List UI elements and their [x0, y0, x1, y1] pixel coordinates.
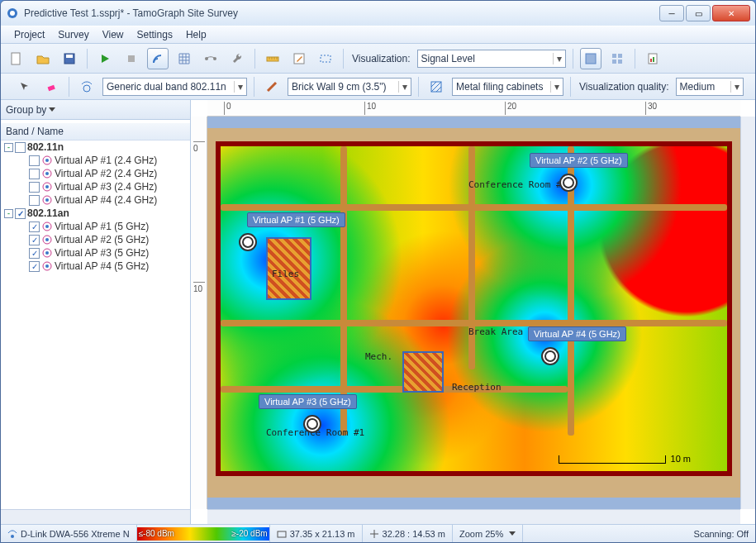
ap-tree[interactable]: Band / Name - 802.11n Virtual AP #1 (2.4… [1, 120, 190, 509]
tree-item[interactable]: Virtual AP #1 (2.4 GHz) [1, 154, 190, 167]
stop-button[interactable] [121, 48, 142, 69]
checkbox[interactable]: ✓ [15, 208, 26, 219]
virtual-ap[interactable] [541, 347, 559, 365]
ap-label[interactable]: Virtual AP #1 (5 GHz) [247, 212, 345, 227]
open-button[interactable] [32, 48, 54, 69]
svg-rect-17 [650, 59, 652, 62]
edit-button[interactable] [288, 48, 310, 69]
svg-point-25 [45, 172, 49, 175]
grid-tool-button[interactable] [174, 48, 195, 69]
virtual-ap[interactable] [239, 233, 257, 251]
save-button[interactable] [59, 48, 80, 69]
tree-item[interactable]: ✓Virtual AP #1 (5 GHz) [1, 220, 190, 233]
tree-item[interactable]: Virtual AP #2 (2.4 GHz) [1, 167, 190, 180]
vq-label: Visualization quality: [578, 81, 671, 93]
menu-view[interactable]: View [96, 27, 131, 42]
menu-help[interactable]: Help [179, 27, 213, 42]
svg-rect-4 [66, 55, 73, 58]
groupby-button[interactable]: Group by [1, 100, 190, 120]
sidebar-scrollbar[interactable] [1, 509, 190, 524]
svg-point-37 [45, 264, 49, 268]
minimize-button[interactable]: ─ [659, 5, 684, 21]
room-label: Reception [452, 382, 502, 393]
ap-icon [41, 168, 53, 179]
svg-rect-14 [612, 60, 616, 64]
scale-bar: 10 m [559, 449, 691, 464]
close-button[interactable]: ✕ [712, 5, 750, 21]
checkbox[interactable] [29, 182, 40, 193]
attenuation-value: Metal filing cabinets [456, 81, 547, 93]
visualization-combo[interactable]: Signal Level ▾ [417, 50, 566, 68]
chevron-down-icon: ▾ [553, 53, 562, 64]
menu-settings[interactable]: Settings [131, 27, 179, 42]
scrollbar-vertical[interactable] [740, 117, 755, 509]
svg-point-31 [45, 225, 49, 228]
signal-tool-button[interactable] [147, 48, 169, 69]
ap-model-combo[interactable]: Generic dual band 802.11n ▾ [102, 78, 247, 96]
svg-point-7 [213, 57, 216, 60]
tree-item[interactable]: Virtual AP #3 (2.4 GHz) [1, 180, 190, 193]
ap-label[interactable]: Virtual AP #3 (5 GHz) [259, 394, 357, 409]
map-canvas[interactable]: Files Conference Room #2 Conference Room… [207, 117, 740, 509]
pointer-tool[interactable] [14, 76, 36, 98]
svg-point-33 [45, 238, 49, 241]
menu-survey[interactable]: Survey [51, 27, 95, 42]
checkbox[interactable]: ✓ [29, 235, 40, 245]
ap-label[interactable]: Virtual AP #2 (5 GHz) [530, 153, 628, 168]
region-button[interactable] [315, 48, 336, 69]
ap-icon [41, 181, 53, 193]
titlebar[interactable]: Predictive Test 1.ssprj* - TamoGraph Sit… [1, 1, 755, 26]
checkbox[interactable]: ✓ [29, 221, 40, 232]
view-mode-1-button[interactable] [580, 48, 601, 69]
tree-item[interactable]: ✓Virtual AP #2 (5 GHz) [1, 233, 190, 246]
scrollbar-horizontal[interactable] [207, 509, 740, 524]
menu-project[interactable]: Project [7, 27, 51, 42]
wall-value: Brick Wall 9 cm (3.5") [292, 81, 395, 93]
menubar: Project Survey View Settings Help [1, 26, 755, 44]
canvas-margin [207, 498, 740, 509]
zoom-control[interactable]: Zoom 25% [453, 525, 523, 542]
tree-group[interactable]: - 802.11n [1, 141, 190, 154]
collapse-icon[interactable]: - [4, 209, 13, 218]
checkbox[interactable] [29, 155, 40, 166]
virtual-ap[interactable] [559, 174, 578, 192]
wall-combo[interactable]: Brick Wall 9 cm (3.5") ▾ [288, 78, 411, 96]
checkbox[interactable]: ✓ [29, 261, 40, 272]
chevron-down-icon: ▾ [730, 81, 739, 93]
tree-item[interactable]: Virtual AP #4 (2.4 GHz) [1, 193, 190, 207]
svg-point-23 [45, 159, 49, 162]
atten-tool-icon[interactable] [426, 76, 447, 98]
attenuation-zone[interactable] [402, 351, 444, 393]
ruler-button[interactable] [262, 48, 283, 69]
link-tool-button[interactable] [200, 48, 221, 69]
toolbar-predictive: Generic dual band 802.11n ▾ Brick Wall 9… [1, 74, 755, 100]
report-button[interactable] [642, 48, 663, 69]
vq-combo[interactable]: Medium ▾ [676, 78, 744, 96]
tree-item[interactable]: ✓Virtual AP #4 (5 GHz) [1, 260, 190, 273]
view-mode-2-button[interactable] [606, 48, 628, 69]
eraser-tool[interactable] [40, 76, 62, 98]
checkbox[interactable] [29, 169, 40, 179]
collapse-icon[interactable]: - [4, 143, 13, 152]
checkbox[interactable]: ✓ [29, 248, 40, 259]
ap-label[interactable]: Virtual AP #4 (5 GHz) [528, 326, 626, 341]
maximize-button[interactable]: ▭ [686, 5, 711, 21]
wall-tool-icon[interactable] [261, 76, 283, 98]
status-legend: ≤-80 dBm ≥-20 dBm [137, 525, 270, 542]
size-icon [277, 529, 287, 539]
status-adapter: D-Link DWA-556 Xtreme N [1, 525, 137, 542]
attenuation-combo[interactable]: Metal filing cabinets ▾ [452, 78, 563, 96]
play-button[interactable] [94, 48, 116, 69]
chevron-down-icon [49, 107, 55, 112]
virtual-ap[interactable] [303, 415, 321, 433]
tree-item[interactable]: ✓Virtual AP #3 (5 GHz) [1, 246, 190, 260]
ap-model-value: Generic dual band 802.11n [107, 81, 231, 93]
wrench-button[interactable] [226, 48, 248, 69]
content-area: Group by Band / Name - 802.11n Virtual A… [1, 100, 755, 524]
new-button[interactable] [6, 48, 27, 69]
ap-tool-icon[interactable] [76, 76, 97, 98]
visualization-label: Visualization: [350, 53, 412, 64]
tree-group[interactable]: - ✓ 802.11an [1, 207, 190, 220]
checkbox[interactable] [15, 142, 26, 153]
checkbox[interactable] [29, 195, 40, 206]
